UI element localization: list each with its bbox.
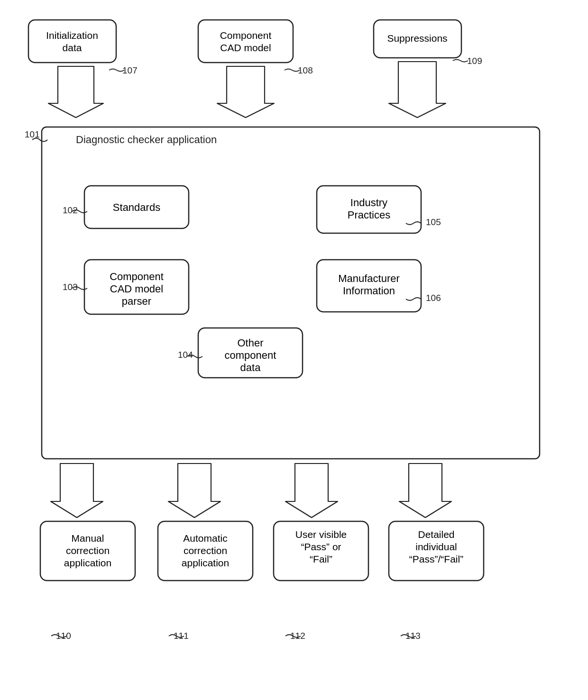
svg-text:Suppressions: Suppressions [387,33,447,44]
svg-text:application: application [182,557,229,568]
label-109: 109 [467,56,482,66]
svg-rect-0 [28,20,116,63]
label-107: 107 [122,65,138,75]
label-101: 101 [25,129,40,139]
svg-text:“Fail”: “Fail” [310,554,332,564]
outer-box-title: Diagnostic checker application [76,134,217,145]
svg-text:Initialization: Initialization [46,30,98,41]
svg-text:Automatic: Automatic [183,533,227,544]
svg-text:component: component [225,349,276,361]
svg-marker-29 [168,464,220,518]
svg-marker-10 [389,62,446,118]
svg-text:Component: Component [220,30,272,41]
label-106: 106 [426,293,441,303]
svg-rect-3 [198,20,293,63]
svg-text:CAD model: CAD model [110,283,163,295]
svg-text:correction: correction [66,545,110,556]
label-108: 108 [298,65,313,75]
svg-text:“Pass” or: “Pass” or [301,541,341,552]
svg-text:“Pass”/“Fail”: “Pass”/“Fail” [409,554,463,564]
svg-text:application: application [64,557,111,568]
svg-text:Practices: Practices [348,209,390,221]
svg-marker-30 [285,464,338,518]
svg-text:Detailed: Detailed [418,529,454,540]
svg-text:CAD model: CAD model [220,42,271,53]
svg-text:Information: Information [343,285,395,297]
svg-text:Manufacturer: Manufacturer [338,273,400,284]
svg-text:data: data [240,362,261,373]
svg-text:data: data [63,42,82,53]
label-105: 105 [426,217,441,227]
svg-marker-28 [51,464,103,518]
svg-marker-8 [48,66,103,118]
svg-text:Industry: Industry [350,197,387,209]
svg-text:correction: correction [184,545,227,556]
svg-text:User visible: User visible [295,529,347,540]
svg-text:individual: individual [415,541,457,552]
svg-marker-9 [217,66,274,118]
svg-text:parser: parser [122,295,151,307]
svg-marker-31 [399,464,451,518]
svg-text:Standards: Standards [113,201,160,213]
diagram: Initialization data Component CAD model … [0,0,588,700]
svg-text:Component: Component [110,271,164,282]
svg-text:Other: Other [237,337,263,349]
svg-text:Manual: Manual [72,533,104,544]
diagram-svg: Initialization data Component CAD model … [0,0,588,700]
